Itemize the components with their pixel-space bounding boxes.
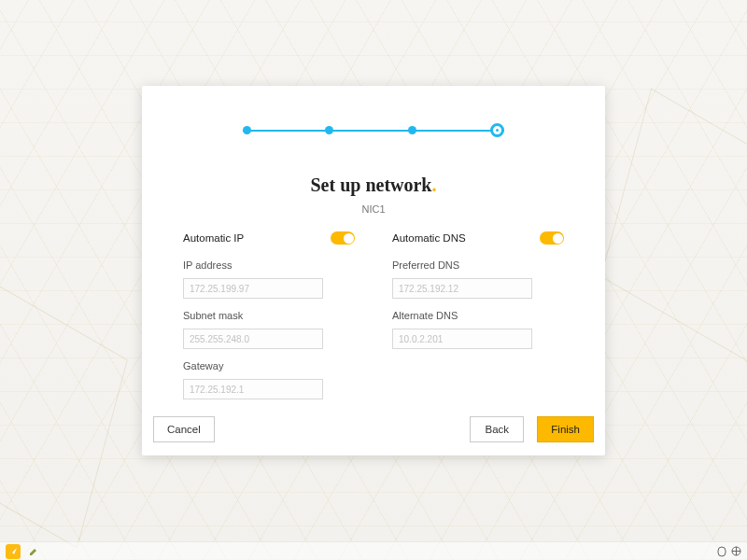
cancel-button[interactable]: Cancel <box>153 416 215 442</box>
page-title: Set up network. <box>177 175 570 196</box>
wizard-button-bar: Cancel Back Finish <box>142 416 605 442</box>
automatic-dns-row: Automatic DNS <box>392 231 564 245</box>
wizard-stepper <box>243 123 504 137</box>
finish-button[interactable]: Finish <box>537 416 594 442</box>
subnet-mask-input[interactable] <box>183 329 323 349</box>
stepper-progress-bar <box>243 130 504 132</box>
step-4-current <box>490 123 504 137</box>
title-accent-dot-icon: . <box>432 175 437 195</box>
step-2 <box>325 126 333 134</box>
step-1 <box>243 126 251 134</box>
page-title-text: Set up network <box>310 175 431 195</box>
alternate-dns-label: Alternate DNS <box>392 310 564 321</box>
button-bar-right-group: Back Finish <box>470 416 594 442</box>
desktop-taskbar <box>0 541 747 560</box>
tray-globe-icon[interactable] <box>731 546 741 556</box>
subnet-mask-label: Subnet mask <box>183 310 355 321</box>
automatic-ip-toggle[interactable] <box>331 231 355 245</box>
preferred-dns-label: Preferred DNS <box>392 259 564 271</box>
step-3 <box>408 126 416 134</box>
setup-wizard-modal: Set up network. NIC1 Automatic IP IP add… <box>142 86 605 455</box>
automatic-dns-toggle[interactable] <box>540 231 564 245</box>
tray-mouse-icon[interactable] <box>717 546 726 557</box>
nic-subtitle: NIC1 <box>177 203 570 215</box>
automatic-ip-label: Automatic IP <box>183 232 244 244</box>
gateway-input[interactable] <box>183 379 323 399</box>
gateway-label: Gateway <box>183 360 355 371</box>
dns-column: Automatic DNS Preferred DNS Alternate DN… <box>392 231 564 399</box>
preferred-dns-input[interactable] <box>392 278 532 299</box>
alternate-dns-input[interactable] <box>392 329 532 349</box>
launcher-icon[interactable] <box>6 544 21 559</box>
ip-address-input[interactable] <box>183 278 323 299</box>
form-columns: Automatic IP IP address Subnet mask Gate… <box>177 231 570 399</box>
automatic-dns-label: Automatic DNS <box>392 232 466 244</box>
back-button[interactable]: Back <box>470 416 524 442</box>
editor-icon[interactable] <box>26 544 41 559</box>
svg-rect-0 <box>718 547 726 556</box>
ip-address-label: IP address <box>183 259 355 271</box>
ip-column: Automatic IP IP address Subnet mask Gate… <box>183 231 355 399</box>
system-tray <box>717 546 741 557</box>
automatic-ip-row: Automatic IP <box>183 231 355 245</box>
